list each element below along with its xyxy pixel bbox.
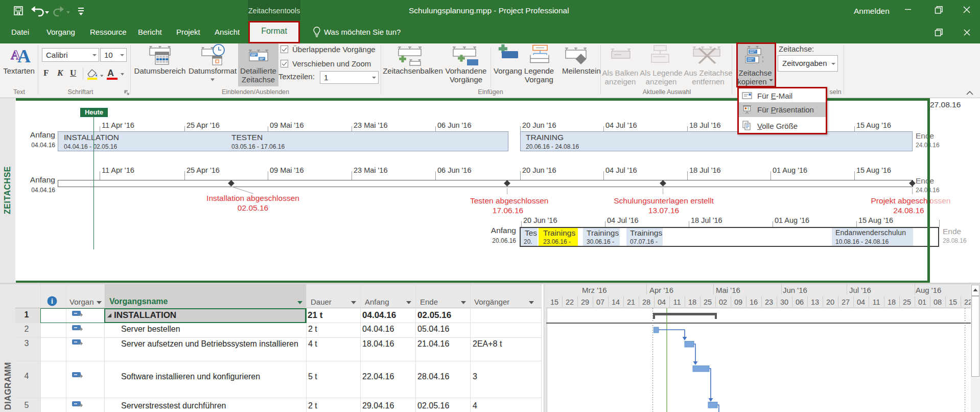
svg-text:i: i [51,297,53,305]
svg-text:A: A [107,68,114,78]
svg-text:A: A [17,46,31,64]
